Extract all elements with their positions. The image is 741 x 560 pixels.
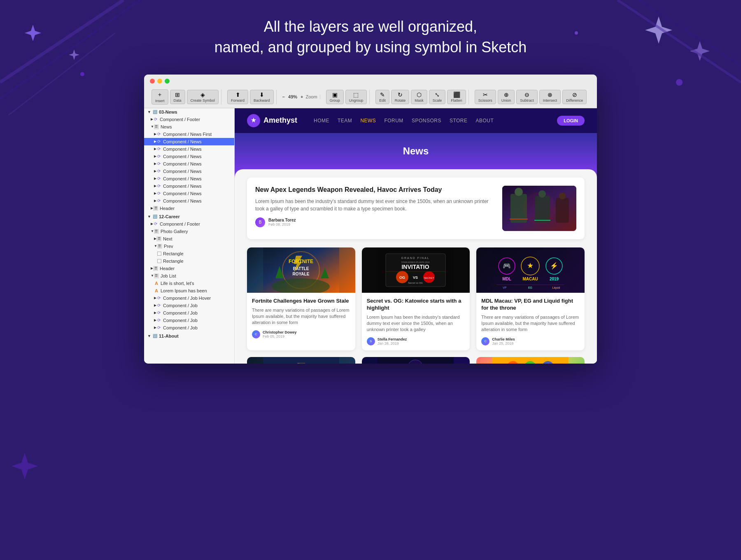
fortnite-author-date: Feb 05, 2019 [263,334,297,338]
sidebar-label: Header [160,266,175,271]
article-card-fortnite: FORTNITE BATTLE ROYALE [247,247,355,350]
mdl-desc: There are many variations of passages of… [481,314,580,333]
toolbar-boolean-group: ✂ Scissors ⊕ Union ⊖ Subtract ⊗ Intersec… [472,90,589,104]
minimize-button[interactable] [157,79,162,84]
sidebar-item-component-news-3[interactable]: ▶ ⟳ Component / News [144,153,234,160]
close-button[interactable] [150,79,155,84]
sidebar-item-component-news-9[interactable]: ▶ ⟳ Component / News [144,197,234,205]
sidebar-item-component-job-4[interactable]: ▶ ⟳ Component / Job [144,324,234,331]
sidebar-item-rectangle-2[interactable]: Rectangle [144,257,234,265]
site-logo: Amethyst [247,114,297,127]
section-12-career[interactable]: ▼ 🔢 12-Career [144,213,234,220]
svg-text:Liquid: Liquid [552,286,560,289]
scissors-button[interactable]: ✂ Scissors [475,90,496,104]
maximize-button[interactable] [165,79,170,84]
sidebar-item-component-news-2[interactable]: ▶ ⟳ Component / News [144,145,234,153]
sidebar-item-life-is-short[interactable]: A Life is short, let's [144,280,234,287]
union-button[interactable]: ⊕ Union [498,90,515,104]
nav-store[interactable]: STORE [450,118,468,124]
nav-about[interactable]: ABOUT [476,118,494,124]
insert-button[interactable]: ＋ Insert [151,89,168,105]
sidebar-item-prev[interactable]: ▼ ☰ Prev [144,243,234,250]
nav-sponsors[interactable]: SPONSORS [412,118,441,124]
edit-button[interactable]: ✎ Edit [375,90,389,104]
sidebar-item-component-news-first[interactable]: ▶ ⟳ Component / News First [144,131,234,138]
sketch-toolbar: ＋ Insert ⊞ Data ◈ Create Symbol ⬆ Forwar… [144,86,597,108]
sidebar-item-component-news-4[interactable]: ▶ ⟳ Component / News [144,160,234,168]
svg-text:EG: EG [528,286,532,289]
sidebar-item-component-job-hover[interactable]: ▶ ⟳ Component / Job Hover [144,294,234,302]
dota-image: GRAND FINAL STARLADDER ATLANTA 2019 INVI… [362,247,470,293]
mask-button[interactable]: ⬡ Mask [411,90,427,104]
intersect-button[interactable]: ⊗ Intersect [539,90,561,104]
toolbar-insert-group: ＋ Insert ⊞ Data ◈ Create Symbol [149,89,221,105]
dota-author-date: Jan 28, 2019 [377,341,407,345]
sidebar-item-component-news-6[interactable]: ▶ ⟳ Component / News [144,175,234,182]
nav-team[interactable]: TEAM [338,118,352,124]
sidebar-item-component-news-5[interactable]: ▶ ⟳ Component / News [144,168,234,175]
svg-text:ROYALE: ROYALE [292,272,309,276]
second-article-row: ⬛ 🎮 [247,357,585,364]
sidebar-item-photo-gallery[interactable]: ▼ ☰ Photo Gallery [144,228,234,235]
data-button[interactable]: ⊞ Data [170,90,185,104]
nav-home[interactable]: HOME [314,118,329,124]
flatten-button[interactable]: ⬛ Flatten [447,90,466,104]
rotate-button[interactable]: ↻ Rotate [391,90,410,104]
sidebar-item-header-2[interactable]: ▶ ☰ Header [144,265,234,272]
backward-button[interactable]: ⬇ Backward [250,90,274,104]
dota-avatar: S [367,337,375,345]
sidebar-item-news-group[interactable]: ▼ ☰ News [144,123,234,131]
section-11-about[interactable]: ▼ 🔢 11-About [144,332,234,340]
toolbar-edit-group: ✎ Edit ↻ Rotate ⬡ Mask ⤡ Scale ⬛ Flatt [373,90,469,104]
sidebar-label: Component / News [163,198,202,203]
subtract-button[interactable]: ⊖ Subtract [516,90,538,104]
featured-desc: Lorem Ipsum has been the industry's stan… [255,198,494,212]
create-symbol-button[interactable]: ◈ Create Symbol [187,90,219,104]
svg-point-14 [559,193,566,199]
svg-text:🌟: 🌟 [526,363,535,364]
sidebar-label: Component / Job [163,318,198,323]
scale-button[interactable]: ⤡ Scale [429,90,446,104]
sidebar-label: Component / News [163,169,202,174]
sidebar-item-component-news-8[interactable]: ▶ ⟳ Component / News [144,190,234,197]
section-03-news[interactable]: ▼ 🔢 03-News [144,108,234,116]
group-button[interactable]: ▣ Group [326,90,344,104]
featured-article-text: New Apex Legends Weapon Revealed, Havoc … [255,186,494,227]
site-navbar: Amethyst HOME TEAM NEWS FORUM SPONSORS S… [235,108,597,133]
sidebar-item-rectangle-1[interactable]: Rectangle [144,250,234,257]
sidebar-item-lorem-ipsum[interactable]: A Lorem Ipsum has been [144,287,234,294]
partial-card-2: 🎮 [362,357,470,364]
sidebar-item-component-news-active[interactable]: ▶ ⟳ Component / News [144,138,234,145]
sidebar-item-component-footer-1[interactable]: ▶ ⟳ Component / Footer [144,116,234,123]
svg-rect-15 [510,219,528,219]
fortnite-image: FORTNITE BATTLE ROYALE [247,247,355,293]
sidebar-label: Component / News [163,191,202,196]
mdl-author-name: Charlie Miles [492,337,515,341]
svg-text:SECRET: SECRET [424,277,434,279]
mdl-card-body: MDL Macau: VP, EG and Liquid fight for t… [476,293,585,350]
sidebar-item-component-job-1[interactable]: ▶ ⟳ Component / Job [144,302,234,309]
svg-rect-48 [496,285,564,285]
sidebar-item-job-list[interactable]: ▼ ☰ Job List [144,272,234,280]
website-preview: Amethyst HOME TEAM NEWS FORUM SPONSORS S… [235,108,597,364]
ungroup-button[interactable]: ⬚ Ungroup [345,90,367,104]
nav-news[interactable]: NEWS [360,118,376,124]
news-content-area: New Apex Legends Weapon Revealed, Havoc … [235,169,597,364]
sidebar-item-header-1[interactable]: ▶ ☰ Header [144,205,234,212]
login-button[interactable]: LOGIN [557,116,585,126]
forward-button[interactable]: ⬆ Forward [227,90,248,104]
svg-text:★: ★ [527,261,534,270]
difference-button[interactable]: ⊘ Difference [562,90,587,104]
dota-author-name: Stella Fernandez [377,337,407,341]
sidebar-item-next[interactable]: ▶ ☰ Next [144,235,234,243]
sidebar-item-component-job-3[interactable]: ▶ ⟳ Component / Job [144,317,234,324]
partial-image-2: 🎮 [362,357,470,364]
logo-text: Amethyst [263,116,297,125]
nav-forum[interactable]: FORUM [384,118,403,124]
svg-text:OG: OG [399,275,405,280]
sidebar-item-component-news-7[interactable]: ▶ ⟳ Component / News [144,182,234,190]
svg-text:FORTNITE: FORTNITE [289,259,313,264]
sidebar-item-component-job-2[interactable]: ▶ ⟳ Component / Job [144,309,234,317]
sidebar-item-component-footer-2[interactable]: ▶ ⟳ Component / Footer [144,220,234,228]
toolbar-group-group: ▣ Group ⬚ Ungroup [324,90,370,104]
